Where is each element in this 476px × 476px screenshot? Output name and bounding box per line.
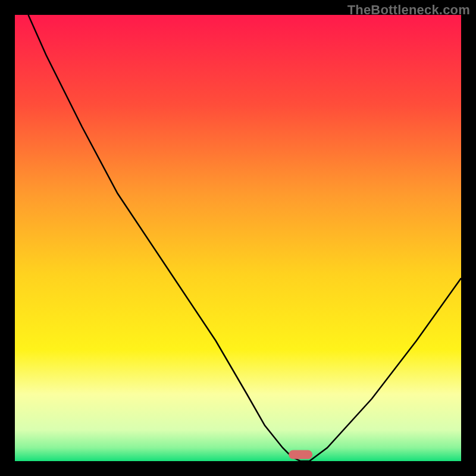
optimal-marker [289,450,312,459]
watermark-text: TheBottleneck.com [347,2,470,18]
svg-rect-0 [15,15,461,461]
plot-area [15,15,461,461]
chart-frame: TheBottleneck.com [0,0,476,476]
gradient-background [15,15,461,461]
